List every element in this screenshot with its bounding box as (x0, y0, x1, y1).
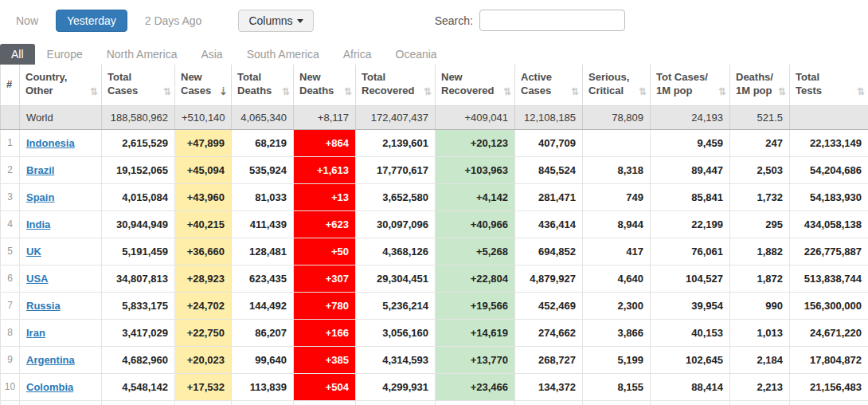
cell-total-deaths: 535,924 (232, 156, 294, 183)
cell-new-cases: +24,702 (175, 292, 232, 319)
cell-serious-critical: 8,155 (583, 373, 651, 400)
columns-dropdown-button[interactable]: Columns (238, 10, 313, 32)
sort-icon[interactable]: ⇅ (857, 86, 864, 99)
column-header-total-deaths[interactable]: TotalDeaths⇅ (232, 65, 294, 105)
cell-total-deaths: 144,492 (232, 292, 294, 319)
search-input[interactable] (479, 10, 625, 31)
search-label: Search: (435, 14, 473, 27)
column-header-total-recovered[interactable]: TotalRecovered⇅ (356, 65, 436, 105)
country-link[interactable]: Argentina (26, 354, 75, 366)
cell-active-cases: 268,727 (515, 346, 583, 373)
sort-icon[interactable]: ⇅ (778, 86, 785, 99)
tab-africa[interactable]: Africa (331, 44, 384, 65)
cell-total-recovered: 29,304,451 (356, 265, 436, 292)
cell-total-cases: 5,833,175 (102, 292, 175, 319)
cell-deaths-per-1m: 990 (730, 292, 790, 319)
cell-new-deaths: +504 (294, 373, 356, 400)
cell-active-cases: 274,662 (515, 319, 583, 346)
search-group: Search: (435, 10, 625, 31)
sort-icon[interactable]: ⇅ (282, 86, 289, 99)
cell-deaths-per-1m: 2,184 (730, 346, 790, 373)
now-button[interactable]: Now (11, 10, 43, 31)
column-header-serious-critical[interactable]: Serious,Critical⇅ (583, 65, 651, 105)
cell-rank (1, 105, 20, 129)
sort-icon[interactable]: ⇅ (90, 86, 97, 99)
cell-total-cases: 188,580,962 (102, 105, 175, 129)
cell-serious-critical: 417 (583, 238, 651, 265)
partial-row (1, 400, 868, 405)
cell-new-recovered: +13,770 (436, 346, 515, 373)
sort-icon[interactable]: ⇅ (503, 86, 510, 99)
country-link[interactable]: India (26, 218, 50, 230)
country-link[interactable]: USA (26, 273, 48, 285)
tab-asia[interactable]: Asia (189, 44, 234, 65)
cell-serious-critical: 3,866 (583, 319, 651, 346)
cell-new-deaths: +8,117 (294, 105, 356, 129)
column-header-cases-per-1m[interactable]: Tot Cases/1M pop⇅ (651, 65, 730, 105)
column-header-country[interactable]: Country,Other⇅ (20, 65, 102, 105)
tab-south-america[interactable]: South America (235, 44, 331, 65)
cell-total-cases: 2,615,529 (102, 129, 175, 156)
sort-icon[interactable]: ⇅ (163, 86, 170, 99)
column-header-new-deaths[interactable]: NewDeaths⇅ (294, 65, 356, 105)
cell-serious-critical: 8,944 (583, 210, 651, 238)
cell-partial (20, 400, 102, 405)
cell-rank: 3 (1, 183, 20, 210)
country-link[interactable]: UK (26, 246, 41, 258)
cell-deaths-per-1m: 521.5 (730, 105, 790, 129)
cell-total-tests: 24,671,220 (790, 319, 868, 346)
cell-serious-critical: 8,318 (583, 156, 651, 183)
sort-icon[interactable]: ⇅ (571, 86, 578, 99)
world-row: World188,580,962+510,1404,065,340+8,1171… (1, 105, 868, 129)
country-link[interactable]: Russia (26, 300, 61, 312)
cell-active-cases: 436,414 (515, 210, 583, 238)
cell-partial (356, 400, 436, 405)
cell-new-cases: +47,899 (175, 129, 232, 156)
tab-north-america[interactable]: North America (95, 44, 190, 65)
table-row: 10Colombia4,548,142+17,532113,839+5044,2… (1, 373, 868, 400)
cell-new-deaths: +780 (294, 292, 356, 319)
column-header-active-cases[interactable]: ActiveCases⇅ (515, 65, 583, 105)
cell-new-deaths: +13 (294, 183, 356, 210)
cell-country: Brazil (20, 156, 102, 183)
cell-total-deaths: 4,065,340 (232, 105, 294, 129)
cell-country: Colombia (20, 373, 102, 400)
cell-new-cases: +36,660 (175, 238, 232, 265)
cell-new-recovered: +103,963 (436, 156, 515, 183)
country-link[interactable]: Colombia (26, 381, 73, 393)
column-header-new-recovered[interactable]: NewRecovered⇅ (436, 65, 515, 105)
country-link[interactable]: Indonesia (26, 137, 75, 149)
tab-all[interactable]: All (0, 44, 35, 65)
cell-total-cases: 34,807,813 (102, 265, 175, 292)
two-days-ago-button[interactable]: 2 Days Ago (140, 10, 207, 31)
column-header-total-tests[interactable]: TotalTests⇅ (790, 65, 868, 105)
yesterday-button[interactable]: Yesterday (56, 10, 127, 32)
sort-icon[interactable]: ⇅ (718, 86, 725, 99)
cell-partial (790, 400, 868, 405)
cell-rank: 2 (1, 156, 20, 183)
cell-active-cases: 134,372 (515, 373, 583, 400)
table-row: 7Russia5,833,175+24,702144,492+7805,236,… (1, 292, 868, 319)
tab-oceania[interactable]: Oceania (384, 44, 449, 65)
sort-desc-icon[interactable]: ⇣ (219, 85, 227, 99)
cell-deaths-per-1m: 2,503 (730, 156, 790, 183)
sort-icon[interactable]: ⇅ (424, 86, 431, 99)
country-link[interactable]: Brazil (26, 164, 54, 176)
table-body: World188,580,962+510,1404,065,340+8,1171… (1, 105, 868, 405)
country-link[interactable]: Spain (26, 191, 54, 203)
cell-country: Russia (20, 292, 102, 319)
sort-icon[interactable]: ⇅ (639, 86, 646, 99)
column-header-new-cases[interactable]: NewCases⇣ (175, 65, 232, 105)
column-header-total-cases[interactable]: TotalCases⇅ (102, 65, 175, 105)
cell-cases-per-1m: 22,199 (651, 210, 730, 238)
cell-new-deaths: +864 (294, 129, 356, 156)
tab-europe[interactable]: Europe (35, 44, 95, 65)
cell-cases-per-1m: 89,447 (651, 156, 730, 183)
sort-icon[interactable]: ⇅ (344, 86, 351, 99)
cell-new-deaths: +50 (294, 238, 356, 265)
country-link[interactable]: Iran (26, 327, 45, 339)
cell-cases-per-1m: 102,645 (651, 346, 730, 373)
column-header-deaths-per-1m[interactable]: Deaths/1M pop⇅ (730, 65, 790, 105)
cell-country: Iran (20, 319, 102, 346)
cell-rank: 5 (1, 238, 20, 265)
